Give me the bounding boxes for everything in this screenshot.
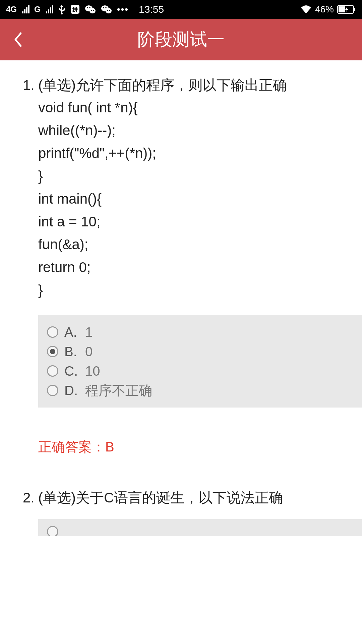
question-1-number: 1. <box>23 74 38 96</box>
status-bar: 4G G 拼 ••• 13:55 46% <box>0 0 362 19</box>
option-b[interactable]: B. 0 <box>47 342 353 361</box>
question-1-options: A. 1 B. 0 C. 10 D. 程序不正确 <box>38 315 362 408</box>
svg-point-7 <box>93 10 94 11</box>
option-text: 10 <box>85 362 100 380</box>
code-line: } <box>38 165 362 187</box>
svg-point-13 <box>109 10 110 11</box>
option-text: 1 <box>85 323 93 341</box>
battery-percent: 46% <box>315 4 334 15</box>
question-2-number: 2. <box>23 486 38 509</box>
question-2-prompt: (单选)关于C语言的诞生，以下说法正确 <box>38 486 283 509</box>
radio-icon <box>47 385 58 396</box>
content-area: 1. (单选)允许下面的程序，则以下输出正确 void fun( int *n)… <box>0 60 362 536</box>
question-1-correct-answer: 正确答案：B <box>0 438 362 456</box>
code-line: int a = 10; <box>38 210 362 233</box>
svg-point-11 <box>105 7 107 8</box>
svg-point-6 <box>91 10 92 11</box>
option-text: 0 <box>85 342 93 361</box>
option-a[interactable] <box>47 525 353 536</box>
signal-icon-2 <box>46 5 53 13</box>
signal-icon <box>22 5 29 13</box>
svg-point-9 <box>106 8 112 13</box>
question-1-code: void fun( int *n){ while((*n)--); printf… <box>0 96 362 302</box>
option-text: 程序不正确 <box>85 381 152 399</box>
option-a[interactable]: A. 1 <box>47 322 353 342</box>
svg-rect-16 <box>339 6 345 12</box>
option-letter: B. <box>64 342 79 361</box>
option-letter: D. <box>64 381 79 399</box>
svg-point-4 <box>87 7 88 8</box>
option-letter: C. <box>64 362 79 380</box>
svg-rect-15 <box>354 8 355 11</box>
radio-icon-selected <box>47 346 58 357</box>
svg-point-10 <box>103 7 104 8</box>
question-2-head: 2. (单选)关于C语言的诞生，以下说法正确 <box>0 486 362 509</box>
input-method-icon: 拼 <box>70 4 80 14</box>
battery-icon <box>337 5 356 14</box>
svg-point-5 <box>89 7 90 8</box>
network-4g-label: 4G <box>6 5 17 14</box>
svg-point-12 <box>107 10 108 11</box>
status-right: 46% <box>300 4 356 15</box>
back-button[interactable] <box>7 19 29 60</box>
back-icon <box>13 32 23 47</box>
code-line: } <box>38 279 362 302</box>
app-header: 阶段测试一 <box>0 19 362 60</box>
radio-icon <box>47 365 58 377</box>
option-letter: A. <box>64 323 79 341</box>
question-2: 2. (单选)关于C语言的诞生，以下说法正确 <box>0 486 362 536</box>
question-1-head: 1. (单选)允许下面的程序，则以下输出正确 <box>0 74 362 96</box>
code-line: int main(){ <box>38 187 362 210</box>
code-line: fun(&a); <box>38 233 362 256</box>
wechat-icon <box>85 4 96 14</box>
wifi-icon <box>300 5 312 14</box>
radio-icon <box>47 326 58 338</box>
option-d[interactable]: D. 程序不正确 <box>47 381 353 400</box>
more-notifications-icon: ••• <box>117 4 129 15</box>
radio-icon <box>47 526 58 536</box>
question-1-prompt: (单选)允许下面的程序，则以下输出正确 <box>38 74 287 96</box>
wechat-icon-2 <box>101 4 112 14</box>
svg-point-3 <box>89 8 96 13</box>
svg-text:拼: 拼 <box>72 7 78 12</box>
status-time: 13:55 <box>129 4 300 15</box>
code-line: while((*n)--); <box>38 119 362 142</box>
status-left: 4G G 拼 ••• <box>6 4 129 15</box>
usb-icon <box>58 4 65 14</box>
option-c[interactable]: C. 10 <box>47 361 353 381</box>
code-line: return 0; <box>38 256 362 279</box>
question-1: 1. (单选)允许下面的程序，则以下输出正确 void fun( int *n)… <box>0 74 362 456</box>
code-line: void fun( int *n){ <box>38 96 362 119</box>
page-title: 阶段测试一 <box>0 28 362 51</box>
code-line: printf("%d",++(*n)); <box>38 142 362 165</box>
network-g-label: G <box>34 5 41 14</box>
question-2-options <box>38 519 362 536</box>
